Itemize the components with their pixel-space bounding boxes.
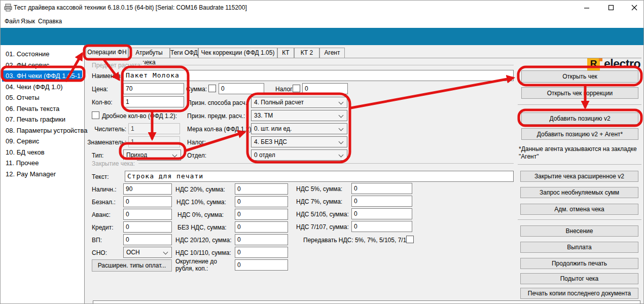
- qty-label: Кол-во:: [92, 99, 113, 106]
- tab-receipt-attributes[interactable]: Атрибуты чека: [128, 48, 170, 58]
- log-output-box[interactable]: [93, 300, 640, 304]
- vat10110-field[interactable]: 0: [235, 247, 288, 258]
- print-text-field[interactable]: Строка для печати: [125, 171, 514, 182]
- tax-field[interactable]: 0: [302, 83, 348, 94]
- tab-fn-operations[interactable]: Операции ФН: [86, 46, 128, 58]
- close-extended-v2-button[interactable]: Закрытие чека расширенное v2: [520, 171, 638, 182]
- vat-select-label: Налог:: [187, 139, 206, 146]
- sidebar-item-04[interactable]: 04. Чеки (ФФД 1.0): [1, 82, 84, 93]
- tab-ofd-tags[interactable]: Теги ОФД: [170, 48, 198, 58]
- qty-measure-value: 0. шт. или ед.: [254, 125, 292, 132]
- vat10-field[interactable]: 0: [235, 196, 288, 207]
- rounding-field[interactable]: 0: [235, 259, 288, 271]
- sidebar-item-12[interactable]: 12. Pay Manager: [1, 169, 84, 180]
- chevron-down-icon: [339, 113, 344, 118]
- vat7-field[interactable]: 0: [351, 196, 412, 207]
- rounding-label: Округление до рубля, коп.:: [175, 258, 232, 272]
- tab-agent[interactable]: Агент: [319, 48, 345, 58]
- subject-sign-label: Призн. предм. расч.:: [187, 112, 245, 120]
- pass-vat-checkbox[interactable]: [406, 236, 414, 243]
- numerator-field[interactable]: 1: [128, 123, 180, 134]
- price-field[interactable]: 70: [123, 83, 184, 94]
- vat20-field[interactable]: 0: [235, 183, 288, 195]
- sidebar-item-05[interactable]: 05. Отчеты: [1, 92, 84, 103]
- chevron-down-icon: [339, 153, 344, 158]
- cash-out-button[interactable]: Выплата: [520, 242, 638, 253]
- sidebar-item-06[interactable]: 06. Печать текста: [1, 103, 84, 115]
- vat5-field[interactable]: 0: [351, 183, 412, 194]
- calc-method-select[interactable]: 4. Полный расчет: [251, 97, 347, 108]
- subtotal-button[interactable]: Подытог чека: [520, 273, 638, 284]
- vat5-label: НДС 5%, сумма:: [296, 185, 342, 193]
- department-value: 0 отдел: [254, 151, 275, 159]
- tab-correction-receipt[interactable]: Чек коррекции (ФФД 1.05): [198, 48, 277, 58]
- sum-field[interactable]: 0: [219, 83, 264, 94]
- denominator-label: Знаменатель:: [87, 139, 126, 146]
- chevron-down-icon: [339, 100, 344, 105]
- name-field[interactable]: Пакет Молока: [123, 70, 514, 81]
- qty-field[interactable]: 1: [123, 96, 184, 107]
- denominator-field[interactable]: 1: [128, 136, 180, 147]
- qty-measure-select[interactable]: 0. шт. или ед.: [251, 123, 347, 134]
- vat-select[interactable]: 4. БЕЗ НДС: [251, 136, 347, 147]
- sidebar-item-03-selected[interactable]: 03. ФН чеки (ФФД 1.05-1.2): [2, 70, 82, 82]
- sidebar-item-11[interactable]: 11. Прочее: [1, 158, 84, 169]
- admin-cancel-button[interactable]: Адм. отмена чека: [520, 204, 638, 215]
- vat5105-field[interactable]: 0: [351, 208, 412, 219]
- vp-label: ВП:: [92, 237, 102, 244]
- menu-file[interactable]: Файл: [5, 18, 20, 25]
- cash-in-button[interactable]: Внесение: [520, 225, 638, 237]
- sidebar-item-09[interactable]: 09. Сервис: [1, 136, 84, 147]
- department-select[interactable]: 0 отдел: [251, 149, 347, 161]
- print-copy-button[interactable]: Печать копии последнего документа: [520, 288, 638, 299]
- credit-field[interactable]: 0: [123, 221, 172, 233]
- logo-text: electro: [604, 57, 640, 71]
- cashless-field[interactable]: 0: [123, 196, 172, 207]
- maximize-button[interactable]: [601, 1, 621, 15]
- sidebar-item-08[interactable]: 08. Параметры устройства: [1, 125, 84, 136]
- subject-sign-select[interactable]: 33. ТМ: [251, 110, 347, 121]
- divider: [518, 104, 641, 105]
- vat20120-label: НДС 20/120, сумма:: [175, 237, 232, 244]
- tab-kt2[interactable]: КТ 2: [294, 48, 319, 58]
- tax-checkbox[interactable]: [293, 85, 300, 92]
- vat7107-label: НДС 7/107, сумма:: [296, 223, 349, 231]
- extended-payment-types-button[interactable]: Расширен. типы оплат...: [92, 259, 172, 272]
- cash-field[interactable]: 90: [123, 183, 172, 195]
- continue-print-button[interactable]: Продолжить печать: [520, 258, 638, 269]
- text-label: Текст:: [92, 173, 109, 180]
- tab-kt[interactable]: КТ: [277, 48, 294, 58]
- sno-select[interactable]: ОСН: [123, 247, 172, 258]
- add-position-v2-button[interactable]: Добавить позицию v2: [521, 112, 638, 125]
- calc-method-label: Призн. способа расч.:: [187, 99, 249, 106]
- menu-help[interactable]: Справка: [38, 18, 62, 25]
- sidebar-item-10[interactable]: 10. БД чеков: [1, 147, 84, 158]
- tax-amount-label: Налог:: [275, 86, 294, 93]
- sno-label: СНО:: [92, 249, 107, 256]
- menu-language[interactable]: Язык: [21, 18, 35, 25]
- vat5105-label: НДС 5/105, сумма:: [296, 211, 349, 218]
- novat-field[interactable]: 0: [235, 221, 288, 233]
- advance-field[interactable]: 0: [123, 209, 172, 220]
- request-sums-button[interactable]: Запрос необнуляемых сумм: [520, 187, 638, 198]
- close-button[interactable]: [624, 1, 644, 15]
- fractional-qty-checkbox[interactable]: [92, 111, 99, 119]
- minimize-icon: [584, 5, 590, 11]
- open-correction-button[interactable]: Открыть чек коррекции: [521, 87, 638, 99]
- sidebar-item-02[interactable]: 02. ФН сервис: [1, 60, 84, 71]
- add-position-v2-agent-button[interactable]: Добавить позицию v2 + Агент*: [521, 128, 638, 140]
- sidebar-item-07[interactable]: 07. Печать графики: [1, 114, 84, 125]
- vat20-label: НДС 20%, сумма:: [175, 186, 225, 193]
- sum-checkbox[interactable]: [208, 85, 216, 92]
- window-title: Тест драйвера кассовой техники 6.18.0.15…: [14, 4, 247, 11]
- sidebar-item-01[interactable]: 01. Состояние: [1, 49, 84, 60]
- open-receipt-button[interactable]: Открыть чек: [521, 70, 638, 83]
- minimize-button[interactable]: [577, 1, 597, 15]
- titlebar: Тест драйвера кассовой техники 6.18.0.15…: [1, 1, 644, 15]
- type-label: Тип:: [92, 152, 103, 159]
- type-select[interactable]: Приход: [123, 149, 181, 161]
- vat7107-field[interactable]: 0: [351, 221, 412, 232]
- vat0-field[interactable]: 0: [235, 209, 288, 220]
- vat20120-field[interactable]: 0: [235, 234, 288, 245]
- vp-field[interactable]: 0: [123, 234, 172, 245]
